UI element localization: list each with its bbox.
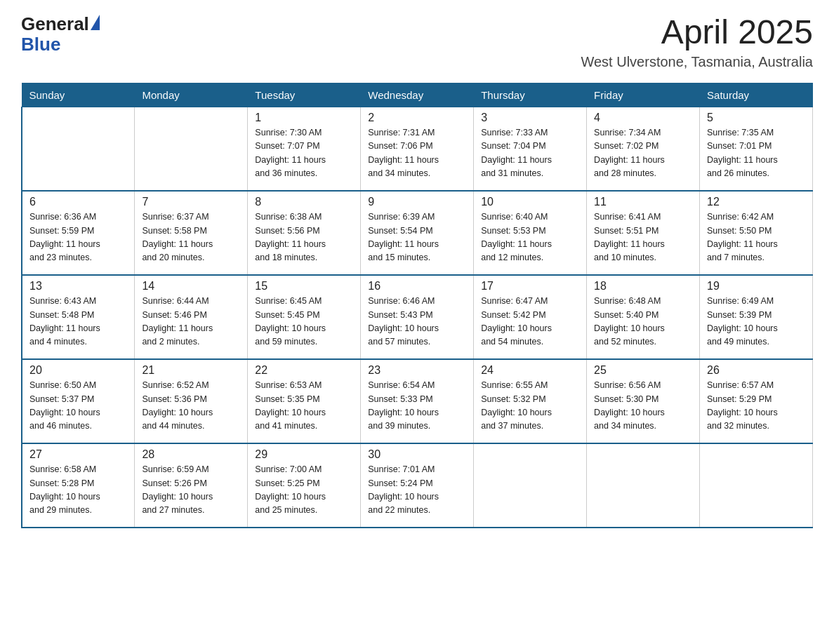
table-row: 5Sunrise: 7:35 AM Sunset: 7:01 PM Daylig… [700, 107, 813, 191]
day-info: Sunrise: 6:48 AM Sunset: 5:40 PM Dayligh… [594, 295, 692, 349]
day-number: 21 [142, 364, 240, 377]
table-row: 17Sunrise: 6:47 AM Sunset: 5:42 PM Dayli… [474, 275, 587, 359]
day-number: 24 [481, 364, 579, 377]
day-number: 3 [481, 112, 579, 124]
day-info: Sunrise: 6:57 AM Sunset: 5:29 PM Dayligh… [707, 379, 805, 434]
day-info: Sunrise: 6:40 AM Sunset: 5:53 PM Dayligh… [481, 210, 579, 265]
day-info: Sunrise: 6:53 AM Sunset: 5:35 PM Dayligh… [255, 379, 353, 434]
table-row: 25Sunrise: 6:56 AM Sunset: 5:30 PM Dayli… [587, 359, 700, 443]
table-row: 30Sunrise: 7:01 AM Sunset: 5:24 PM Dayli… [361, 443, 474, 528]
table-row [22, 107, 135, 191]
day-info: Sunrise: 6:45 AM Sunset: 5:45 PM Dayligh… [255, 295, 353, 349]
day-info: Sunrise: 6:54 AM Sunset: 5:33 PM Dayligh… [368, 379, 466, 434]
day-info: Sunrise: 7:30 AM Sunset: 7:07 PM Dayligh… [255, 126, 353, 181]
day-info: Sunrise: 6:49 AM Sunset: 5:39 PM Dayligh… [707, 295, 805, 349]
day-info: Sunrise: 6:41 AM Sunset: 5:51 PM Dayligh… [594, 210, 692, 265]
day-info: Sunrise: 7:35 AM Sunset: 7:01 PM Dayligh… [707, 126, 805, 181]
day-number: 1 [255, 112, 353, 124]
day-number: 18 [594, 280, 692, 293]
table-row: 29Sunrise: 7:00 AM Sunset: 5:25 PM Dayli… [248, 443, 361, 528]
table-row: 21Sunrise: 6:52 AM Sunset: 5:36 PM Dayli… [135, 359, 248, 443]
day-info: Sunrise: 6:46 AM Sunset: 5:43 PM Dayligh… [368, 295, 466, 349]
day-info: Sunrise: 6:52 AM Sunset: 5:36 PM Dayligh… [142, 379, 240, 434]
table-row: 7Sunrise: 6:37 AM Sunset: 5:58 PM Daylig… [135, 191, 248, 275]
table-row: 27Sunrise: 6:58 AM Sunset: 5:28 PM Dayli… [22, 443, 135, 528]
day-info: Sunrise: 7:01 AM Sunset: 5:24 PM Dayligh… [368, 463, 466, 518]
day-number: 11 [594, 196, 692, 208]
table-row [135, 107, 248, 191]
day-info: Sunrise: 7:00 AM Sunset: 5:25 PM Dayligh… [255, 463, 353, 518]
day-number: 27 [29, 448, 127, 461]
day-number: 25 [594, 364, 692, 377]
day-info: Sunrise: 7:34 AM Sunset: 7:02 PM Dayligh… [594, 126, 692, 181]
day-info: Sunrise: 6:58 AM Sunset: 5:28 PM Dayligh… [29, 463, 127, 518]
calendar-header-row: Sunday Monday Tuesday Wednesday Thursday… [22, 83, 813, 107]
table-row: 13Sunrise: 6:43 AM Sunset: 5:48 PM Dayli… [22, 275, 135, 359]
table-row: 19Sunrise: 6:49 AM Sunset: 5:39 PM Dayli… [700, 275, 813, 359]
table-row: 8Sunrise: 6:38 AM Sunset: 5:56 PM Daylig… [248, 191, 361, 275]
page-title: April 2025 [581, 14, 813, 51]
day-number: 14 [142, 280, 240, 293]
calendar-table: Sunday Monday Tuesday Wednesday Thursday… [21, 83, 813, 529]
table-row: 12Sunrise: 6:42 AM Sunset: 5:50 PM Dayli… [700, 191, 813, 275]
day-info: Sunrise: 6:36 AM Sunset: 5:59 PM Dayligh… [29, 210, 127, 265]
table-row: 1Sunrise: 7:30 AM Sunset: 7:07 PM Daylig… [248, 107, 361, 191]
table-row: 9Sunrise: 6:39 AM Sunset: 5:54 PM Daylig… [361, 191, 474, 275]
calendar-week-row: 1Sunrise: 7:30 AM Sunset: 7:07 PM Daylig… [22, 107, 813, 191]
day-info: Sunrise: 7:33 AM Sunset: 7:04 PM Dayligh… [481, 126, 579, 181]
day-number: 9 [368, 196, 466, 208]
day-number: 20 [29, 364, 127, 377]
day-number: 30 [368, 448, 466, 461]
day-number: 15 [255, 280, 353, 293]
day-info: Sunrise: 7:31 AM Sunset: 7:06 PM Dayligh… [368, 126, 466, 181]
title-area: April 2025 West Ulverstone, Tasmania, Au… [581, 14, 813, 70]
table-row: 20Sunrise: 6:50 AM Sunset: 5:37 PM Dayli… [22, 359, 135, 443]
col-tuesday: Tuesday [248, 83, 361, 107]
calendar-week-row: 27Sunrise: 6:58 AM Sunset: 5:28 PM Dayli… [22, 443, 813, 528]
table-row: 18Sunrise: 6:48 AM Sunset: 5:40 PM Dayli… [587, 275, 700, 359]
table-row: 26Sunrise: 6:57 AM Sunset: 5:29 PM Dayli… [700, 359, 813, 443]
day-info: Sunrise: 6:43 AM Sunset: 5:48 PM Dayligh… [29, 295, 127, 349]
day-number: 12 [707, 196, 805, 208]
col-thursday: Thursday [474, 83, 587, 107]
calendar-week-row: 6Sunrise: 6:36 AM Sunset: 5:59 PM Daylig… [22, 191, 813, 275]
table-row: 24Sunrise: 6:55 AM Sunset: 5:32 PM Dayli… [474, 359, 587, 443]
table-row: 6Sunrise: 6:36 AM Sunset: 5:59 PM Daylig… [22, 191, 135, 275]
day-number: 7 [142, 196, 240, 208]
day-info: Sunrise: 6:50 AM Sunset: 5:37 PM Dayligh… [29, 379, 127, 434]
col-sunday: Sunday [22, 83, 135, 107]
table-row: 10Sunrise: 6:40 AM Sunset: 5:53 PM Dayli… [474, 191, 587, 275]
day-info: Sunrise: 6:37 AM Sunset: 5:58 PM Dayligh… [142, 210, 240, 265]
day-info: Sunrise: 6:42 AM Sunset: 5:50 PM Dayligh… [707, 210, 805, 265]
page-subtitle: West Ulverstone, Tasmania, Australia [581, 54, 813, 70]
day-number: 5 [707, 112, 805, 124]
table-row: 22Sunrise: 6:53 AM Sunset: 5:35 PM Dayli… [248, 359, 361, 443]
day-number: 26 [707, 364, 805, 377]
day-number: 6 [29, 196, 127, 208]
col-monday: Monday [135, 83, 248, 107]
day-number: 28 [142, 448, 240, 461]
day-info: Sunrise: 6:44 AM Sunset: 5:46 PM Dayligh… [142, 295, 240, 349]
day-info: Sunrise: 6:47 AM Sunset: 5:42 PM Dayligh… [481, 295, 579, 349]
table-row: 14Sunrise: 6:44 AM Sunset: 5:46 PM Dayli… [135, 275, 248, 359]
table-row: 11Sunrise: 6:41 AM Sunset: 5:51 PM Dayli… [587, 191, 700, 275]
table-row [700, 443, 813, 528]
logo: General Blue [21, 14, 100, 54]
table-row: 4Sunrise: 7:34 AM Sunset: 7:02 PM Daylig… [587, 107, 700, 191]
day-number: 19 [707, 280, 805, 293]
day-number: 23 [368, 364, 466, 377]
calendar-week-row: 13Sunrise: 6:43 AM Sunset: 5:48 PM Dayli… [22, 275, 813, 359]
table-row: 16Sunrise: 6:46 AM Sunset: 5:43 PM Dayli… [361, 275, 474, 359]
day-number: 8 [255, 196, 353, 208]
col-saturday: Saturday [700, 83, 813, 107]
day-number: 22 [255, 364, 353, 377]
table-row: 15Sunrise: 6:45 AM Sunset: 5:45 PM Dayli… [248, 275, 361, 359]
table-row: 28Sunrise: 6:59 AM Sunset: 5:26 PM Dayli… [135, 443, 248, 528]
day-number: 29 [255, 448, 353, 461]
day-number: 4 [594, 112, 692, 124]
page-header: General Blue April 2025 West Ulverstone,… [21, 14, 813, 70]
day-info: Sunrise: 6:39 AM Sunset: 5:54 PM Dayligh… [368, 210, 466, 265]
col-wednesday: Wednesday [361, 83, 474, 107]
calendar-week-row: 20Sunrise: 6:50 AM Sunset: 5:37 PM Dayli… [22, 359, 813, 443]
day-info: Sunrise: 6:38 AM Sunset: 5:56 PM Dayligh… [255, 210, 353, 265]
